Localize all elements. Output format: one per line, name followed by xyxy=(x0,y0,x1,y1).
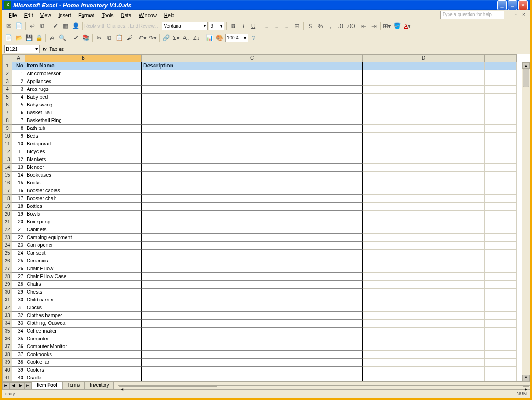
cell[interactable] xyxy=(363,125,485,133)
cell[interactable] xyxy=(485,218,517,226)
cell[interactable]: Chair Pillow xyxy=(25,265,142,273)
row-header[interactable]: 10 xyxy=(2,133,12,140)
cell[interactable] xyxy=(142,367,363,374)
cell[interactable] xyxy=(363,86,485,94)
table-row[interactable]: 1514Bookcases xyxy=(2,172,530,179)
horizontal-scrollbar[interactable]: ◀ ▶ xyxy=(118,385,530,386)
table-row[interactable]: 3130Child carrier xyxy=(2,296,530,304)
row-header[interactable]: 41 xyxy=(2,374,12,381)
cell[interactable] xyxy=(142,156,363,164)
row-header[interactable]: 40 xyxy=(2,367,12,374)
cell[interactable] xyxy=(485,351,517,359)
cell[interactable] xyxy=(142,179,363,187)
cell[interactable]: 29 xyxy=(12,289,25,296)
row-header[interactable]: 6 xyxy=(2,101,12,109)
cell[interactable] xyxy=(363,296,485,304)
row-header[interactable]: 17 xyxy=(2,187,12,195)
cell[interactable]: Blankets xyxy=(25,156,142,164)
table-row[interactable]: 3938Cookie jar xyxy=(2,359,530,367)
cell[interactable] xyxy=(485,250,517,257)
cell[interactable] xyxy=(142,133,363,140)
cell[interactable] xyxy=(142,242,363,250)
fx-icon[interactable]: fx xyxy=(43,46,47,52)
cell[interactable] xyxy=(485,359,517,367)
cell[interactable]: 5 xyxy=(12,101,25,109)
zoom-selector[interactable]: 100%▾ xyxy=(225,34,248,42)
row-header[interactable]: 7 xyxy=(2,109,12,117)
cell[interactable] xyxy=(485,94,517,101)
menu-edit[interactable]: Edit xyxy=(21,11,37,19)
cell[interactable] xyxy=(363,101,485,109)
row-header[interactable]: 9 xyxy=(2,125,12,133)
table-row[interactable]: 2928Chairs xyxy=(2,281,530,289)
row-header[interactable]: 38 xyxy=(2,351,12,359)
table-row[interactable]: 1110Bedspread xyxy=(2,140,530,148)
cell[interactable]: Coffee maker xyxy=(25,328,142,335)
cell[interactable] xyxy=(485,289,517,296)
cell[interactable] xyxy=(363,335,485,343)
sheet-tab-terms[interactable]: Terms xyxy=(62,382,85,389)
cell[interactable]: Basket Ball xyxy=(25,109,142,117)
cell[interactable]: 4 xyxy=(12,94,25,101)
cell[interactable] xyxy=(485,281,517,289)
cell[interactable] xyxy=(485,312,517,320)
table-row[interactable]: 3534Coffee maker xyxy=(2,328,530,335)
cell[interactable]: 34 xyxy=(12,328,25,335)
decrease-indent-button[interactable]: ⇤ xyxy=(359,22,368,31)
table-row[interactable]: 109Beds xyxy=(2,133,530,140)
cell[interactable] xyxy=(485,156,517,164)
cell[interactable] xyxy=(142,125,363,133)
doc-close-button[interactable]: × xyxy=(521,12,527,18)
table-row[interactable]: 3231Clocks xyxy=(2,304,530,312)
cell[interactable] xyxy=(363,374,485,381)
table-row[interactable]: 1918Bottles xyxy=(2,203,530,211)
cell[interactable] xyxy=(142,195,363,203)
open-button[interactable]: 📂 xyxy=(14,33,23,43)
row-header[interactable]: 32 xyxy=(2,304,12,312)
italic-button[interactable]: I xyxy=(238,22,248,31)
cell[interactable]: Ceramics xyxy=(25,257,142,265)
cell[interactable] xyxy=(363,62,485,70)
cell[interactable] xyxy=(142,359,363,367)
cell[interactable] xyxy=(142,312,363,320)
cell[interactable] xyxy=(485,234,517,242)
cell[interactable]: 23 xyxy=(12,242,25,250)
cell[interactable] xyxy=(142,234,363,242)
cell[interactable] xyxy=(485,335,517,343)
scroll-up-button[interactable]: ▲ xyxy=(522,62,530,69)
scroll-down-button[interactable]: ▼ xyxy=(522,375,530,381)
font-color-button[interactable]: A▾ xyxy=(403,22,412,31)
cell[interactable] xyxy=(142,164,363,172)
cell[interactable]: Baby swing xyxy=(25,101,142,109)
cell[interactable] xyxy=(485,148,517,156)
column-header-A[interactable]: A xyxy=(12,54,25,62)
scroll-left-button[interactable]: ◀ xyxy=(119,386,125,387)
cell[interactable] xyxy=(363,133,485,140)
tab-prev-button[interactable]: ◀ xyxy=(10,382,17,389)
cell[interactable] xyxy=(485,343,517,351)
cell[interactable]: 18 xyxy=(12,203,25,211)
cell[interactable]: 24 xyxy=(12,250,25,257)
row-header[interactable]: 16 xyxy=(2,179,12,187)
new-mail-icon[interactable]: ✉ xyxy=(4,22,13,31)
cell[interactable] xyxy=(363,164,485,172)
cell[interactable] xyxy=(485,78,517,86)
table-row[interactable]: 32Appliances xyxy=(2,78,530,86)
drawing-button[interactable]: 🎨 xyxy=(215,33,224,43)
cell[interactable] xyxy=(363,351,485,359)
doc-restore-button[interactable]: ▫ xyxy=(513,12,520,18)
tab-last-button[interactable]: ⏭ xyxy=(24,382,32,389)
menu-file[interactable]: File xyxy=(5,11,21,19)
cell[interactable] xyxy=(142,211,363,218)
cell[interactable] xyxy=(485,367,517,374)
help-button[interactable]: ? xyxy=(249,33,258,43)
cell[interactable] xyxy=(485,101,517,109)
cell[interactable]: 35 xyxy=(12,335,25,343)
format-painter-button[interactable]: 🖌 xyxy=(125,33,134,43)
cell[interactable] xyxy=(485,304,517,312)
sort-asc-button[interactable]: A↓ xyxy=(182,33,191,43)
table-row[interactable]: 54Baby bed xyxy=(2,94,530,101)
borders-button[interactable]: ⊞▾ xyxy=(382,22,392,31)
row-header[interactable]: 4 xyxy=(2,86,12,94)
table-row[interactable]: 87Basketball Ring xyxy=(2,117,530,125)
